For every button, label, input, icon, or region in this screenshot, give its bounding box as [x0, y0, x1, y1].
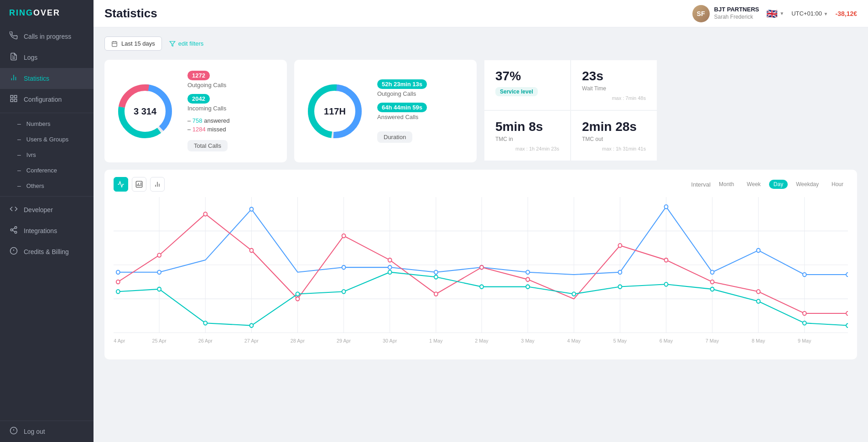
- sidebar-item-integrations[interactable]: Integrations: [0, 220, 94, 241]
- timezone-selector[interactable]: UTC+01:00 ▼: [791, 10, 828, 17]
- svg-point-103: [803, 321, 806, 325]
- interval-month[interactable]: Month: [714, 180, 738, 189]
- sidebar-item-logout[interactable]: Log out: [0, 421, 94, 442]
- svg-point-70: [803, 273, 806, 277]
- total-calls-info: 1272 Outgoing Calls 2042 Incoming Calls …: [187, 71, 276, 151]
- edit-filters-button[interactable]: edit filters: [169, 40, 204, 47]
- language-selector[interactable]: 🇬🇧 ▼: [766, 8, 784, 19]
- sidebar-integrations-label: Integrations: [24, 227, 57, 234]
- flag-chevron: ▼: [780, 11, 784, 16]
- content-area: Last 15 days edit filters: [94, 27, 868, 442]
- svg-text:30 Apr: 30 Apr: [383, 338, 397, 343]
- svg-point-61: [342, 265, 346, 270]
- svg-point-84: [711, 280, 714, 284]
- logout-icon: [9, 426, 18, 437]
- date-filter-button[interactable]: Last 15 days: [104, 36, 162, 51]
- statistics-icon: [9, 73, 18, 83]
- logo: RINGOVER: [0, 0, 94, 26]
- user-name: Sarah Frederick: [714, 14, 759, 21]
- sidebar-developer-label: Developer: [24, 206, 53, 213]
- total-calls-card: 3 314 1272 Outgoing Calls 2042 Incoming …: [104, 60, 287, 162]
- chart-line-button[interactable]: [114, 177, 128, 192]
- line-chart-icon: [117, 181, 125, 188]
- tmc-out-label: TMC out: [582, 136, 646, 142]
- svg-rect-19: [112, 42, 117, 47]
- sidebar-sub-numbers[interactable]: – Numbers: [0, 116, 94, 131]
- svg-text:8 May: 8 May: [752, 338, 765, 343]
- chart-area-button[interactable]: [132, 177, 146, 192]
- duration-info: 52h 23min 13s Outgoing Calls 64h 44min 5…: [377, 79, 466, 143]
- svg-rect-7: [10, 99, 13, 102]
- svg-point-65: [526, 270, 530, 274]
- svg-text:6 May: 6 May: [660, 338, 673, 343]
- interval-weekday[interactable]: Weekday: [791, 180, 823, 189]
- metrics-row-1: 37% Service level 23s Wait Time max : 7m…: [484, 60, 657, 110]
- metrics-row-2: 5min 8s TMC in max : 1h 24min 23s 2min 2…: [484, 110, 657, 161]
- svg-point-89: [157, 287, 161, 291]
- sidebar-item-developer[interactable]: Developer: [0, 199, 94, 220]
- outgoing-badge: 1272: [187, 71, 210, 80]
- svg-point-9: [15, 227, 17, 229]
- sidebar-bottom: Log out: [0, 421, 94, 442]
- sidebar-sub-ivrs[interactable]: – Ivrs: [0, 147, 94, 162]
- interval-label: Interval: [691, 181, 711, 188]
- sidebar-item-calls-in-progress[interactable]: Calls in progress: [0, 26, 94, 47]
- svg-text:7 May: 7 May: [706, 338, 719, 343]
- svg-point-83: [665, 258, 668, 262]
- svg-point-99: [618, 285, 622, 289]
- interval-hour[interactable]: Hour: [827, 180, 848, 189]
- svg-point-11: [15, 231, 17, 234]
- svg-point-97: [526, 285, 530, 289]
- svg-point-88: [116, 290, 120, 294]
- service-level-badge: Service level: [495, 87, 538, 96]
- company-name: BJT PARTNERS: [714, 6, 759, 14]
- tmc-in-sub: max : 1h 24min 23s: [495, 146, 559, 151]
- chart-toolbar: Interval Month Week Day Weekday Hour: [114, 177, 848, 192]
- svg-point-67: [665, 205, 668, 209]
- svg-point-71: [846, 273, 848, 277]
- sidebar-item-credits-billing[interactable]: Credits & Billing: [0, 241, 94, 262]
- header: Statistics SF BJT PARTNERS Sarah Frederi…: [94, 0, 868, 27]
- interval-week[interactable]: Week: [742, 180, 765, 189]
- total-calls-footer: Total Calls: [187, 140, 228, 151]
- svg-point-80: [480, 265, 483, 270]
- user-profile[interactable]: SF BJT PARTNERS Sarah Frederick: [692, 5, 759, 22]
- service-level-label: Service level: [500, 88, 533, 95]
- svg-point-104: [846, 323, 848, 328]
- sidebar-sub-conference[interactable]: – Conference: [0, 162, 94, 178]
- svg-point-95: [434, 275, 438, 279]
- svg-point-76: [296, 297, 300, 301]
- phone-icon: [9, 31, 18, 42]
- wait-time-label: Wait Time: [582, 85, 646, 92]
- flag-icon: 🇬🇧: [766, 8, 778, 19]
- svg-rect-5: [10, 95, 13, 98]
- outgoing-label: Outgoing Calls: [187, 82, 276, 88]
- svg-point-68: [711, 270, 714, 274]
- svg-point-59: [157, 270, 161, 274]
- edit-filters-label: edit filters: [178, 40, 204, 47]
- interval-day[interactable]: Day: [769, 180, 788, 189]
- sidebar-logout-label: Log out: [24, 428, 45, 435]
- total-calls-donut: 3 314: [115, 82, 175, 141]
- chart-bar-button[interactable]: [150, 177, 165, 192]
- sidebar-item-logs[interactable]: Logs: [0, 47, 94, 68]
- svg-text:26 Apr: 26 Apr: [198, 338, 213, 343]
- outgoing-duration-label: Outgoing Calls: [377, 90, 466, 97]
- page-title: Statistics: [104, 6, 157, 21]
- svg-point-77: [342, 234, 346, 238]
- sidebar-sub-others[interactable]: – Others: [0, 178, 94, 193]
- duration-donut: 117H: [305, 82, 364, 141]
- calendar-icon: [111, 41, 118, 47]
- missed-label: missed: [207, 126, 226, 133]
- svg-point-72: [116, 280, 120, 284]
- answered-duration-label: Answered Calls: [377, 114, 466, 120]
- sidebar-divider-1: [0, 113, 94, 113]
- svg-point-87: [846, 312, 848, 316]
- sidebar-item-configuration[interactable]: Configuration: [0, 89, 94, 110]
- svg-marker-23: [170, 41, 175, 46]
- sidebar-sub-users-groups[interactable]: – Users & Groups: [0, 131, 94, 147]
- svg-text:3 May: 3 May: [521, 338, 535, 343]
- svg-point-74: [203, 212, 207, 216]
- sidebar-item-statistics[interactable]: Statistics: [0, 68, 94, 89]
- svg-point-66: [618, 270, 622, 274]
